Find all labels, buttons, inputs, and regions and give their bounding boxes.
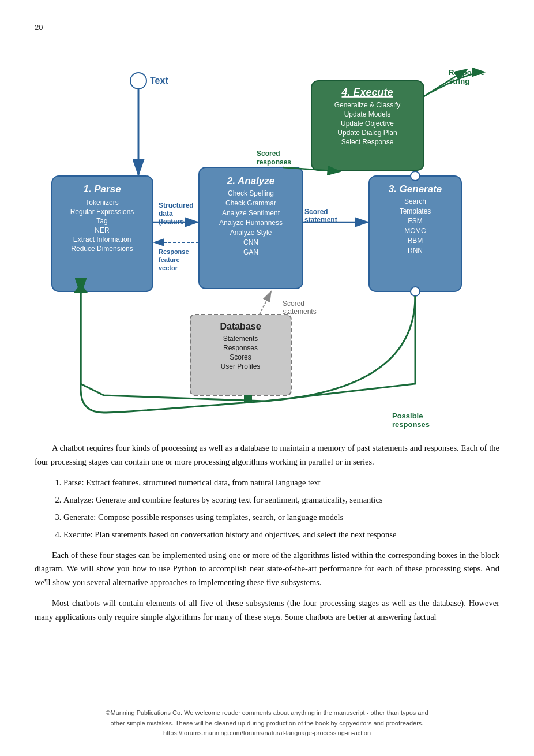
svg-text:NER: NER xyxy=(95,226,110,234)
svg-text:Check Spelling: Check Spelling xyxy=(228,189,274,197)
footer: ©Manning Publications Co. We welcome rea… xyxy=(35,708,499,739)
svg-text:(feature: (feature xyxy=(159,218,184,226)
svg-text:Structured: Structured xyxy=(159,201,194,209)
svg-text:User Profiles: User Profiles xyxy=(221,362,261,370)
list-item-1: Parse: Extract features, structured nume… xyxy=(63,476,499,490)
svg-text:Responses: Responses xyxy=(223,344,258,352)
list: Parse: Extract features, structured nume… xyxy=(63,476,499,542)
svg-text:Analyze Style: Analyze Style xyxy=(230,229,272,237)
svg-text:responses: responses xyxy=(257,158,291,166)
list-item-2: Analyze: Generate and combine features b… xyxy=(63,493,499,507)
svg-text:Reduce Dimensions: Reduce Dimensions xyxy=(71,245,133,253)
svg-text:CNN: CNN xyxy=(243,238,258,246)
svg-point-44 xyxy=(130,73,146,89)
svg-text:FSM: FSM xyxy=(408,217,422,225)
svg-text:Update Dialog Plan: Update Dialog Plan xyxy=(337,129,397,137)
svg-text:Tokenizers: Tokenizers xyxy=(85,199,118,207)
svg-text:statement: statement xyxy=(304,216,337,224)
svg-text:Generalize & Classify: Generalize & Classify xyxy=(334,101,401,109)
svg-text:feature: feature xyxy=(159,256,180,263)
svg-text:Scored: Scored xyxy=(304,208,328,216)
svg-text:Text: Text xyxy=(150,76,168,85)
paragraph-3: Most chatbots will contain elements of a… xyxy=(35,597,499,624)
svg-line-65 xyxy=(260,291,271,315)
paragraph-2: Each of these four stages can be impleme… xyxy=(35,549,499,590)
svg-text:data: data xyxy=(159,209,173,218)
svg-text:Update Objective: Update Objective xyxy=(341,119,394,128)
svg-text:responses: responses xyxy=(392,420,430,429)
svg-text:3. Generate: 3. Generate xyxy=(389,184,442,194)
list-item-4: Execute: Plan statements based on conver… xyxy=(63,528,499,542)
svg-text:RBM: RBM xyxy=(408,237,423,245)
diagram-container: 1. Parse Tokenizers Regular Expressions … xyxy=(35,38,499,430)
page-number: 20 xyxy=(35,23,499,32)
svg-text:RNN: RNN xyxy=(408,246,423,255)
svg-text:Extract Information: Extract Information xyxy=(73,235,131,244)
svg-text:1. Parse: 1. Parse xyxy=(83,184,121,194)
text-content: A chatbot requires four kinds of process… xyxy=(35,441,499,624)
paragraph-1: A chatbot requires four kinds of process… xyxy=(35,441,499,469)
footer-line1: ©Manning Publications Co. We welcome rea… xyxy=(35,708,499,718)
list-item-3: Generate: Compose possible responses usi… xyxy=(63,511,499,525)
svg-text:Response: Response xyxy=(159,248,189,255)
svg-point-68 xyxy=(411,287,420,296)
svg-text:Regular Expressions: Regular Expressions xyxy=(70,208,134,216)
svg-text:Search: Search xyxy=(404,197,426,205)
svg-text:Update Models: Update Models xyxy=(344,110,391,118)
svg-text:4. Execute: 4. Execute xyxy=(341,87,393,98)
svg-rect-73 xyxy=(244,395,252,403)
footer-line2: other simple mistakes. These will be cle… xyxy=(35,718,499,729)
svg-text:Statements: Statements xyxy=(223,335,258,343)
svg-text:Analyze Sentiment: Analyze Sentiment xyxy=(222,209,280,217)
svg-text:vector: vector xyxy=(159,264,178,271)
svg-text:Check Grammar: Check Grammar xyxy=(225,199,276,207)
svg-text:MCMC: MCMC xyxy=(404,227,426,235)
svg-text:Tag: Tag xyxy=(96,217,107,225)
svg-text:Analyze Humanness: Analyze Humanness xyxy=(219,219,283,227)
svg-text:statements: statements xyxy=(283,308,317,316)
svg-text:Templates: Templates xyxy=(400,207,431,215)
svg-text:Scores: Scores xyxy=(230,353,251,361)
svg-point-61 xyxy=(411,171,420,181)
diagram-svg: 1. Parse Tokenizers Regular Expressions … xyxy=(35,38,499,430)
svg-text:Possible: Possible xyxy=(392,411,423,420)
svg-text:Database: Database xyxy=(220,321,261,331)
svg-text:GAN: GAN xyxy=(243,248,258,256)
svg-text:Select Response: Select Response xyxy=(341,138,394,146)
footer-line3: https://forums.manning.com/forums/natura… xyxy=(35,728,499,739)
svg-text:Scored: Scored xyxy=(257,149,280,158)
svg-text:Scored: Scored xyxy=(283,300,304,308)
page: 20 xyxy=(0,0,534,756)
svg-text:2. Analyze: 2. Analyze xyxy=(227,175,275,186)
